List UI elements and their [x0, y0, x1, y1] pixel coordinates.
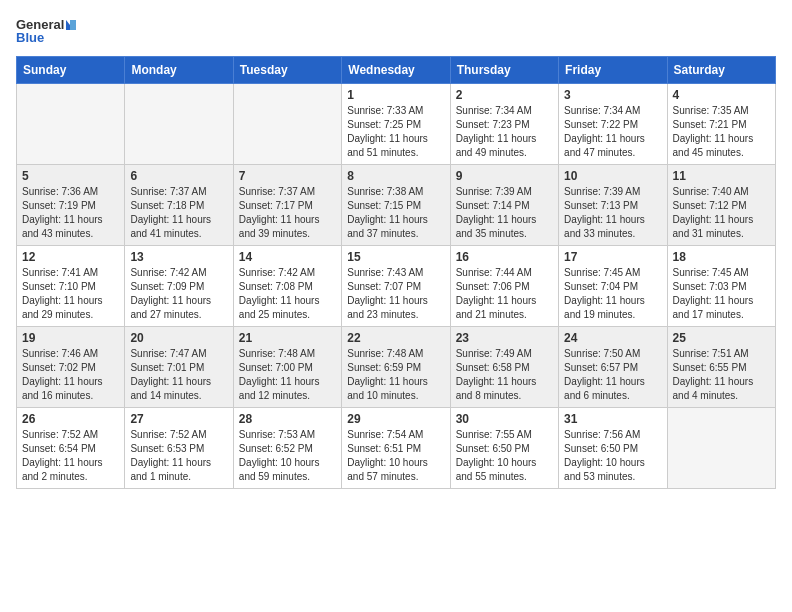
day-info: Sunrise: 7:42 AM Sunset: 7:09 PM Dayligh…: [130, 266, 227, 322]
calendar-cell: 18Sunrise: 7:45 AM Sunset: 7:03 PM Dayli…: [667, 246, 775, 327]
day-number: 21: [239, 331, 336, 345]
calendar-cell: 6Sunrise: 7:37 AM Sunset: 7:18 PM Daylig…: [125, 165, 233, 246]
day-number: 6: [130, 169, 227, 183]
calendar-cell: [125, 84, 233, 165]
calendar-week-row: 12Sunrise: 7:41 AM Sunset: 7:10 PM Dayli…: [17, 246, 776, 327]
day-info: Sunrise: 7:50 AM Sunset: 6:57 PM Dayligh…: [564, 347, 661, 403]
calendar-cell: [667, 408, 775, 489]
calendar-cell: 11Sunrise: 7:40 AM Sunset: 7:12 PM Dayli…: [667, 165, 775, 246]
calendar-cell: 20Sunrise: 7:47 AM Sunset: 7:01 PM Dayli…: [125, 327, 233, 408]
day-number: 9: [456, 169, 553, 183]
calendar-cell: 1Sunrise: 7:33 AM Sunset: 7:25 PM Daylig…: [342, 84, 450, 165]
logo-svg: GeneralBlue: [16, 16, 76, 46]
calendar-week-row: 5Sunrise: 7:36 AM Sunset: 7:19 PM Daylig…: [17, 165, 776, 246]
page-header: GeneralBlue: [16, 16, 776, 46]
day-number: 7: [239, 169, 336, 183]
day-number: 31: [564, 412, 661, 426]
day-number: 4: [673, 88, 770, 102]
day-number: 10: [564, 169, 661, 183]
calendar-cell: 7Sunrise: 7:37 AM Sunset: 7:17 PM Daylig…: [233, 165, 341, 246]
day-number: 19: [22, 331, 119, 345]
day-info: Sunrise: 7:46 AM Sunset: 7:02 PM Dayligh…: [22, 347, 119, 403]
weekday-header-row: SundayMondayTuesdayWednesdayThursdayFrid…: [17, 57, 776, 84]
calendar-cell: 13Sunrise: 7:42 AM Sunset: 7:09 PM Dayli…: [125, 246, 233, 327]
day-info: Sunrise: 7:34 AM Sunset: 7:23 PM Dayligh…: [456, 104, 553, 160]
day-number: 15: [347, 250, 444, 264]
day-info: Sunrise: 7:48 AM Sunset: 7:00 PM Dayligh…: [239, 347, 336, 403]
day-info: Sunrise: 7:42 AM Sunset: 7:08 PM Dayligh…: [239, 266, 336, 322]
calendar-cell: 24Sunrise: 7:50 AM Sunset: 6:57 PM Dayli…: [559, 327, 667, 408]
day-number: 17: [564, 250, 661, 264]
day-info: Sunrise: 7:40 AM Sunset: 7:12 PM Dayligh…: [673, 185, 770, 241]
day-number: 16: [456, 250, 553, 264]
day-number: 3: [564, 88, 661, 102]
weekday-header-friday: Friday: [559, 57, 667, 84]
calendar-cell: 4Sunrise: 7:35 AM Sunset: 7:21 PM Daylig…: [667, 84, 775, 165]
calendar-cell: 29Sunrise: 7:54 AM Sunset: 6:51 PM Dayli…: [342, 408, 450, 489]
calendar-cell: 19Sunrise: 7:46 AM Sunset: 7:02 PM Dayli…: [17, 327, 125, 408]
day-info: Sunrise: 7:56 AM Sunset: 6:50 PM Dayligh…: [564, 428, 661, 484]
day-info: Sunrise: 7:45 AM Sunset: 7:03 PM Dayligh…: [673, 266, 770, 322]
day-number: 27: [130, 412, 227, 426]
calendar-cell: 16Sunrise: 7:44 AM Sunset: 7:06 PM Dayli…: [450, 246, 558, 327]
weekday-header-monday: Monday: [125, 57, 233, 84]
weekday-header-thursday: Thursday: [450, 57, 558, 84]
day-number: 24: [564, 331, 661, 345]
day-info: Sunrise: 7:49 AM Sunset: 6:58 PM Dayligh…: [456, 347, 553, 403]
day-info: Sunrise: 7:36 AM Sunset: 7:19 PM Dayligh…: [22, 185, 119, 241]
day-number: 26: [22, 412, 119, 426]
day-info: Sunrise: 7:52 AM Sunset: 6:53 PM Dayligh…: [130, 428, 227, 484]
calendar-cell: 3Sunrise: 7:34 AM Sunset: 7:22 PM Daylig…: [559, 84, 667, 165]
day-number: 13: [130, 250, 227, 264]
day-info: Sunrise: 7:37 AM Sunset: 7:18 PM Dayligh…: [130, 185, 227, 241]
calendar-week-row: 19Sunrise: 7:46 AM Sunset: 7:02 PM Dayli…: [17, 327, 776, 408]
logo: GeneralBlue: [16, 16, 76, 46]
calendar-cell: [17, 84, 125, 165]
day-number: 22: [347, 331, 444, 345]
calendar-week-row: 1Sunrise: 7:33 AM Sunset: 7:25 PM Daylig…: [17, 84, 776, 165]
day-info: Sunrise: 7:52 AM Sunset: 6:54 PM Dayligh…: [22, 428, 119, 484]
day-info: Sunrise: 7:44 AM Sunset: 7:06 PM Dayligh…: [456, 266, 553, 322]
calendar-cell: 31Sunrise: 7:56 AM Sunset: 6:50 PM Dayli…: [559, 408, 667, 489]
day-number: 25: [673, 331, 770, 345]
day-info: Sunrise: 7:38 AM Sunset: 7:15 PM Dayligh…: [347, 185, 444, 241]
day-number: 28: [239, 412, 336, 426]
day-info: Sunrise: 7:53 AM Sunset: 6:52 PM Dayligh…: [239, 428, 336, 484]
calendar-cell: 5Sunrise: 7:36 AM Sunset: 7:19 PM Daylig…: [17, 165, 125, 246]
calendar-cell: 12Sunrise: 7:41 AM Sunset: 7:10 PM Dayli…: [17, 246, 125, 327]
day-info: Sunrise: 7:41 AM Sunset: 7:10 PM Dayligh…: [22, 266, 119, 322]
svg-text:Blue: Blue: [16, 30, 44, 45]
day-number: 20: [130, 331, 227, 345]
day-info: Sunrise: 7:47 AM Sunset: 7:01 PM Dayligh…: [130, 347, 227, 403]
calendar-cell: [233, 84, 341, 165]
day-number: 30: [456, 412, 553, 426]
day-number: 11: [673, 169, 770, 183]
day-info: Sunrise: 7:37 AM Sunset: 7:17 PM Dayligh…: [239, 185, 336, 241]
weekday-header-wednesday: Wednesday: [342, 57, 450, 84]
calendar-cell: 25Sunrise: 7:51 AM Sunset: 6:55 PM Dayli…: [667, 327, 775, 408]
calendar-cell: 9Sunrise: 7:39 AM Sunset: 7:14 PM Daylig…: [450, 165, 558, 246]
calendar-cell: 28Sunrise: 7:53 AM Sunset: 6:52 PM Dayli…: [233, 408, 341, 489]
svg-marker-3: [70, 20, 76, 30]
calendar-cell: 23Sunrise: 7:49 AM Sunset: 6:58 PM Dayli…: [450, 327, 558, 408]
day-info: Sunrise: 7:39 AM Sunset: 7:14 PM Dayligh…: [456, 185, 553, 241]
day-number: 5: [22, 169, 119, 183]
day-number: 8: [347, 169, 444, 183]
day-number: 23: [456, 331, 553, 345]
weekday-header-saturday: Saturday: [667, 57, 775, 84]
day-number: 1: [347, 88, 444, 102]
day-info: Sunrise: 7:43 AM Sunset: 7:07 PM Dayligh…: [347, 266, 444, 322]
day-info: Sunrise: 7:39 AM Sunset: 7:13 PM Dayligh…: [564, 185, 661, 241]
day-info: Sunrise: 7:54 AM Sunset: 6:51 PM Dayligh…: [347, 428, 444, 484]
calendar-week-row: 26Sunrise: 7:52 AM Sunset: 6:54 PM Dayli…: [17, 408, 776, 489]
day-info: Sunrise: 7:48 AM Sunset: 6:59 PM Dayligh…: [347, 347, 444, 403]
calendar-cell: 22Sunrise: 7:48 AM Sunset: 6:59 PM Dayli…: [342, 327, 450, 408]
day-info: Sunrise: 7:34 AM Sunset: 7:22 PM Dayligh…: [564, 104, 661, 160]
day-number: 29: [347, 412, 444, 426]
weekday-header-tuesday: Tuesday: [233, 57, 341, 84]
calendar-cell: 21Sunrise: 7:48 AM Sunset: 7:00 PM Dayli…: [233, 327, 341, 408]
day-number: 12: [22, 250, 119, 264]
day-info: Sunrise: 7:35 AM Sunset: 7:21 PM Dayligh…: [673, 104, 770, 160]
day-number: 18: [673, 250, 770, 264]
calendar-cell: 17Sunrise: 7:45 AM Sunset: 7:04 PM Dayli…: [559, 246, 667, 327]
